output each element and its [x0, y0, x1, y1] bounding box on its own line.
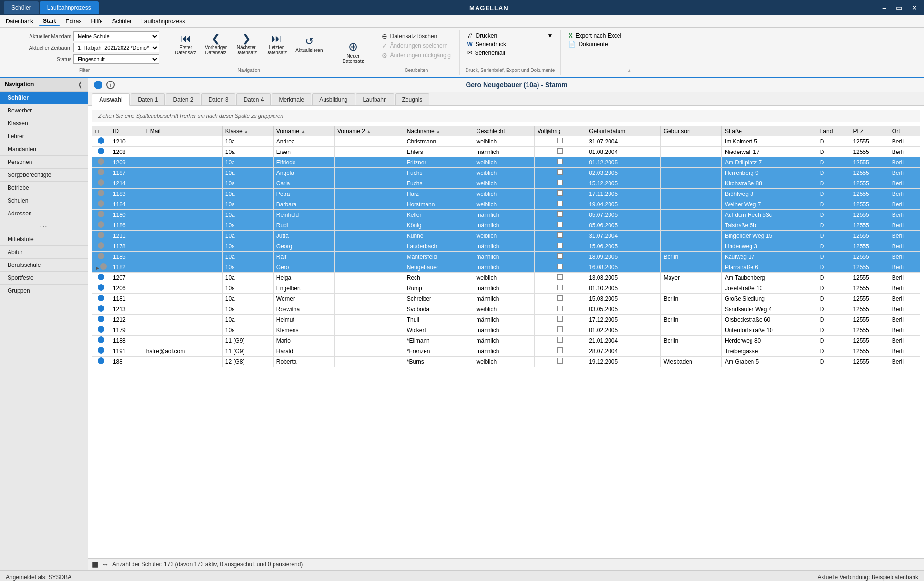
save-changes-button[interactable]: ✓ Änderungen speichern: [380, 41, 454, 51]
table-row[interactable]: 120710aHelgaRechweiblich13.03.2005MayenA…: [92, 273, 920, 283]
table-view-icon[interactable]: ▦: [92, 561, 98, 568]
table-row[interactable]: 121410aCarlaFuchsweiblich15.12.2005Kirch…: [92, 178, 920, 189]
cell-volljaehrig[interactable]: [534, 210, 586, 220]
sidebar-item-mittelstufe[interactable]: Mittelstufe: [0, 233, 88, 246]
volljaehrig-checkbox[interactable]: [557, 264, 563, 269]
table-row[interactable]: 118110aWernerSchreibermännlich15.03.2005…: [92, 294, 920, 304]
refresh-button[interactable]: ↺ Aktualisieren: [292, 34, 326, 55]
title-tab-laufbahn[interactable]: Laufbahnprozess: [40, 1, 99, 14]
volljaehrig-checkbox[interactable]: [557, 243, 563, 248]
cell-volljaehrig[interactable]: [534, 357, 586, 367]
ribbon-collapse-icon[interactable]: ▲: [627, 68, 632, 73]
tab-daten1[interactable]: Daten 1: [131, 93, 165, 105]
cell-volljaehrig[interactable]: [534, 199, 586, 210]
volljaehrig-checkbox[interactable]: [557, 201, 563, 206]
th-geburtsort[interactable]: Geburtsort: [660, 126, 721, 136]
prev-record-button[interactable]: ❮ Vorheriger Datensatz: [201, 31, 231, 57]
cell-volljaehrig[interactable]: [534, 168, 586, 178]
table-row[interactable]: 121210aHelmutThullmännlich17.12.2005Berl…: [92, 315, 920, 325]
table-row[interactable]: 18812 (G8)Roberta*Burnsweiblich19.12.200…: [92, 357, 920, 367]
th-geburtsdatum[interactable]: Geburtsdatum: [586, 126, 660, 136]
table-row[interactable]: 118610aRudiKönigmännlich05.06.2005Talstr…: [92, 220, 920, 231]
table-row[interactable]: 118410aBarbaraHorstmannweiblich19.04.200…: [92, 199, 920, 210]
cell-volljaehrig[interactable]: [534, 304, 586, 315]
cell-volljaehrig[interactable]: [534, 294, 586, 304]
table-row[interactable]: 117810aGeorgLauderbachmännlich15.06.2005…: [92, 241, 920, 252]
minimize-button[interactable]: ‒: [879, 3, 889, 12]
cell-volljaehrig[interactable]: [534, 252, 586, 262]
sidebar-item-gruppen[interactable]: Gruppen: [0, 285, 88, 297]
info-icon[interactable]: i: [106, 81, 115, 89]
menu-extras[interactable]: Extras: [61, 17, 85, 26]
next-record-button[interactable]: ❯ Nächster Datensatz: [232, 31, 261, 57]
th-email[interactable]: EMail: [143, 126, 222, 136]
table-row[interactable]: 120610aEngelbertRumpmännlich01.10.2005Jo…: [92, 283, 920, 294]
sidebar-item-schueler[interactable]: Schüler: [0, 92, 88, 104]
th-vorname[interactable]: Vorname ▲: [273, 126, 334, 136]
th-ort[interactable]: Ort: [889, 126, 920, 136]
table-row[interactable]: 118510aRalfMantersfeldmännlich18.09.2005…: [92, 252, 920, 262]
sidebar-item-abitur[interactable]: Abitur: [0, 246, 88, 259]
dokumente-button[interactable]: 📄 Dokumente: [567, 40, 631, 49]
sidebar-item-bewerber[interactable]: Bewerber: [0, 104, 88, 117]
th-plz[interactable]: PLZ: [850, 126, 889, 136]
sidebar-item-lehrer[interactable]: Lehrer: [0, 130, 88, 143]
volljaehrig-checkbox[interactable]: [557, 285, 563, 290]
sidebar-item-adressen[interactable]: Adressen: [0, 207, 88, 220]
volljaehrig-checkbox[interactable]: [557, 190, 563, 196]
volljaehrig-checkbox[interactable]: [557, 337, 563, 343]
volljaehrig-checkbox[interactable]: [557, 326, 563, 332]
tab-daten4[interactable]: Daten 4: [236, 93, 271, 105]
th-indicator[interactable]: □: [92, 126, 110, 136]
seriendruck-button[interactable]: W Seriendruck: [466, 40, 555, 49]
menu-datenbank[interactable]: Datenbank: [2, 17, 37, 26]
volljaehrig-checkbox[interactable]: [557, 316, 563, 322]
tab-merkmale[interactable]: Merkmale: [272, 93, 311, 105]
cell-volljaehrig[interactable]: [534, 157, 586, 168]
table-row[interactable]: ►118210aGeroNeugebauermännlich16.08.2005…: [92, 262, 920, 273]
volljaehrig-checkbox[interactable]: [557, 180, 563, 185]
cell-volljaehrig[interactable]: [534, 262, 586, 273]
sidebar-item-klassen[interactable]: Klassen: [0, 117, 88, 130]
sidebar-item-sorgeberechtigte[interactable]: Sorgeberechtigte: [0, 169, 88, 182]
volljaehrig-checkbox[interactable]: [557, 274, 563, 280]
cell-volljaehrig[interactable]: [534, 325, 586, 336]
volljaehrig-checkbox[interactable]: [557, 295, 563, 301]
table-row[interactable]: 118811 (G9)Mario*Ellmannmännlich21.01.20…: [92, 336, 920, 346]
delete-record-button[interactable]: ⊖ Datensatz löschen: [380, 31, 454, 41]
volljaehrig-checkbox[interactable]: [557, 211, 563, 217]
drucken-button[interactable]: 🖨 Drucken ▼: [466, 31, 555, 40]
cell-volljaehrig[interactable]: [534, 189, 586, 199]
volljaehrig-checkbox[interactable]: [557, 232, 563, 238]
table-row[interactable]: 118710aAngelaFuchsweiblich02.03.2005Herr…: [92, 168, 920, 178]
th-geschlecht[interactable]: Geschlecht: [473, 126, 534, 136]
menu-hilfe[interactable]: Hilfe: [87, 17, 106, 26]
volljaehrig-checkbox[interactable]: [557, 138, 563, 143]
menu-start[interactable]: Start: [39, 17, 60, 26]
sidebar-item-schulen[interactable]: Schulen: [0, 194, 88, 207]
select-all-icon[interactable]: □: [95, 128, 99, 134]
sidebar-more-icon[interactable]: ⋯: [0, 220, 88, 233]
volljaehrig-checkbox[interactable]: [557, 253, 563, 259]
volljaehrig-checkbox[interactable]: [557, 358, 563, 364]
table-row[interactable]: 118010aReinholdKellermännlich05.07.2005A…: [92, 210, 920, 220]
menu-schueler[interactable]: Schüler: [108, 17, 135, 26]
mandant-select[interactable]: Meine Schule: [73, 31, 159, 41]
volljaehrig-checkbox[interactable]: [557, 148, 563, 154]
cell-volljaehrig[interactable]: [534, 220, 586, 231]
table-container[interactable]: Ziehen Sie eine Spaltenüberschrift hierh…: [88, 106, 924, 558]
cell-volljaehrig[interactable]: [534, 346, 586, 357]
cell-volljaehrig[interactable]: [534, 273, 586, 283]
student-status-circle[interactable]: [94, 81, 102, 89]
table-row[interactable]: 117910aKlemensWickertmännlich01.02.2005U…: [92, 325, 920, 336]
sidebar-item-sportfeste[interactable]: Sportfeste: [0, 272, 88, 285]
th-strasse[interactable]: Straße: [721, 126, 817, 136]
undo-changes-button[interactable]: ⊗ Änderungen rückgängig: [380, 51, 454, 60]
status-select[interactable]: Eingeschult: [73, 54, 159, 64]
cell-volljaehrig[interactable]: [534, 315, 586, 325]
th-id[interactable]: ID: [110, 126, 143, 136]
new-record-button[interactable]: ⊕ Neuer Datensatz: [339, 39, 368, 66]
export-excel-button[interactable]: X Export nach Excel: [567, 31, 631, 40]
tab-laufbahn[interactable]: Laufbahn: [356, 93, 394, 105]
menu-laufbahnprozess[interactable]: Laufbahnprozess: [137, 17, 189, 26]
